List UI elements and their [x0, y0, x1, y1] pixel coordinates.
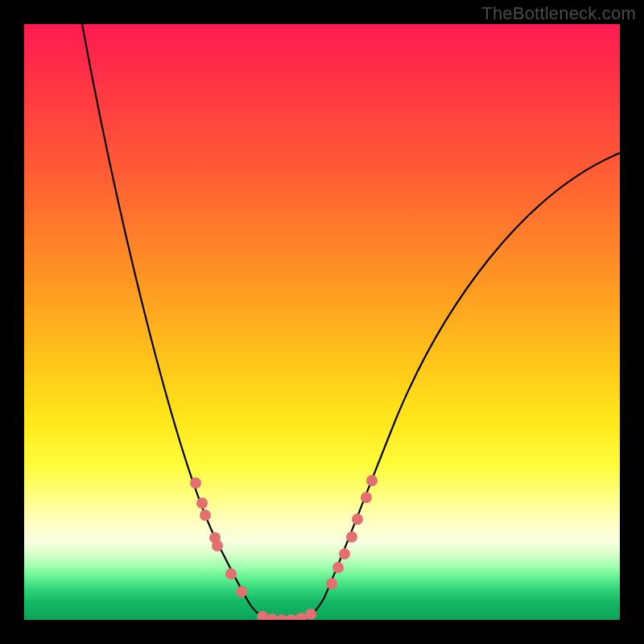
chart-frame: TheBottleneck.com [0, 0, 644, 644]
watermark-text: TheBottleneck.com [481, 3, 636, 24]
marker-dot [212, 540, 223, 551]
marker-dot [266, 613, 278, 620]
marker-dot [200, 510, 211, 521]
marker-dot [346, 531, 357, 543]
marker-dot [190, 477, 201, 489]
marker-dot [352, 514, 363, 525]
marker-dot [305, 609, 316, 620]
marker-dot [225, 568, 237, 580]
markers-right [326, 475, 378, 589]
plot-area [24, 24, 620, 620]
marker-dot [236, 586, 247, 597]
marker-dot [196, 497, 208, 509]
marker-dot [332, 562, 344, 573]
marker-dot [276, 614, 287, 620]
marker-dot [361, 492, 372, 503]
marker-dot [295, 613, 307, 620]
markers-bottom [257, 609, 316, 620]
marker-dot [366, 475, 378, 486]
marker-dot [257, 611, 268, 620]
bottleneck-curve [82, 24, 620, 620]
curve-layer [24, 24, 620, 620]
marker-dot [286, 614, 297, 620]
marker-dot [339, 548, 350, 559]
marker-dot [326, 578, 337, 589]
